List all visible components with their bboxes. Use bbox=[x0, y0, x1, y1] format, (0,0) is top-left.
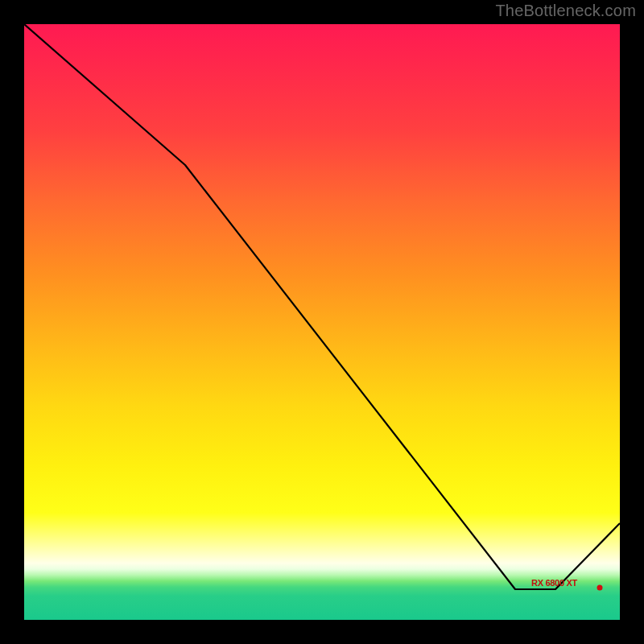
line-chart-svg bbox=[24, 24, 620, 620]
watermark-text: TheBottleneck.com bbox=[495, 2, 636, 20]
chart-container: TheBottleneck.com RX 6800 XT bbox=[0, 0, 644, 644]
gpu-annotation-label: RX 6800 XT bbox=[531, 578, 577, 588]
bottleneck-curve-line bbox=[24, 24, 620, 589]
plot-area: RX 6800 XT bbox=[24, 24, 620, 620]
gpu-marker-dot bbox=[597, 585, 603, 591]
